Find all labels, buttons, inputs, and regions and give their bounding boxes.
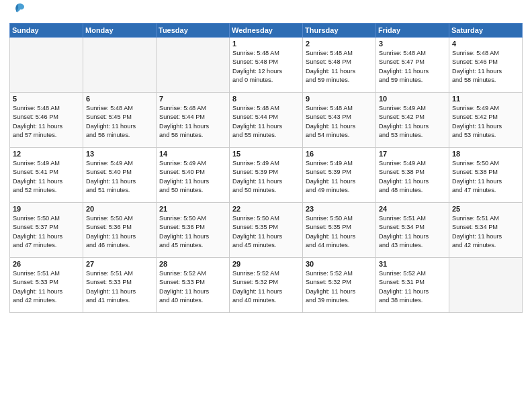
logo-bird-icon <box>11 1 26 16</box>
page-container: SundayMondayTuesdayWednesdayThursdayFrid… <box>0 0 532 318</box>
header-row: SundayMondayTuesdayWednesdayThursdayFrid… <box>10 24 523 38</box>
day-number: 5 <box>13 95 80 103</box>
day-info: Sunrise: 5:50 AMSunset: 5:37 PMDaylight:… <box>13 214 80 250</box>
col-header-sunday: Sunday <box>10 24 83 38</box>
calendar-cell: 24Sunrise: 5:51 AMSunset: 5:34 PMDayligh… <box>376 203 449 258</box>
day-number: 28 <box>159 260 226 268</box>
day-info: Sunrise: 5:52 AMSunset: 5:33 PMDaylight:… <box>159 269 226 305</box>
calendar-cell: 12Sunrise: 5:49 AMSunset: 5:41 PMDayligh… <box>10 148 83 203</box>
day-info: Sunrise: 5:51 AMSunset: 5:34 PMDaylight:… <box>452 214 519 250</box>
calendar-cell: 25Sunrise: 5:51 AMSunset: 5:34 PMDayligh… <box>449 203 523 258</box>
day-info: Sunrise: 5:48 AMSunset: 5:46 PMDaylight:… <box>452 49 519 85</box>
day-number: 3 <box>379 40 446 48</box>
calendar-cell: 11Sunrise: 5:49 AMSunset: 5:42 PMDayligh… <box>449 93 523 148</box>
day-number: 18 <box>452 150 519 158</box>
calendar-cell: 29Sunrise: 5:52 AMSunset: 5:32 PMDayligh… <box>230 258 303 313</box>
day-info: Sunrise: 5:52 AMSunset: 5:31 PMDaylight:… <box>379 269 446 305</box>
calendar-cell: 19Sunrise: 5:50 AMSunset: 5:37 PMDayligh… <box>10 203 83 258</box>
calendar-cell <box>83 38 157 93</box>
day-info: Sunrise: 5:48 AMSunset: 5:46 PMDaylight:… <box>13 104 80 140</box>
day-number: 31 <box>379 260 446 268</box>
day-info: Sunrise: 5:49 AMSunset: 5:40 PMDaylight:… <box>86 159 153 195</box>
calendar-cell: 3Sunrise: 5:48 AMSunset: 5:47 PMDaylight… <box>376 38 449 93</box>
day-info: Sunrise: 5:48 AMSunset: 5:43 PMDaylight:… <box>306 104 373 140</box>
calendar-cell: 22Sunrise: 5:50 AMSunset: 5:35 PMDayligh… <box>230 203 303 258</box>
day-number: 8 <box>232 95 300 103</box>
calendar-cell: 30Sunrise: 5:52 AMSunset: 5:32 PMDayligh… <box>303 258 376 313</box>
calendar-cell: 14Sunrise: 5:49 AMSunset: 5:40 PMDayligh… <box>157 148 230 203</box>
week-row-5: 26Sunrise: 5:51 AMSunset: 5:33 PMDayligh… <box>10 258 523 313</box>
day-number: 6 <box>86 95 153 103</box>
day-number: 27 <box>86 260 153 268</box>
day-info: Sunrise: 5:48 AMSunset: 5:44 PMDaylight:… <box>232 104 300 140</box>
calendar-cell: 27Sunrise: 5:51 AMSunset: 5:33 PMDayligh… <box>83 258 157 313</box>
day-number: 21 <box>159 205 226 213</box>
calendar-cell: 17Sunrise: 5:49 AMSunset: 5:38 PMDayligh… <box>376 148 449 203</box>
day-info: Sunrise: 5:48 AMSunset: 5:45 PMDaylight:… <box>86 104 153 140</box>
day-info: Sunrise: 5:49 AMSunset: 5:42 PMDaylight:… <box>452 104 519 140</box>
day-info: Sunrise: 5:48 AMSunset: 5:47 PMDaylight:… <box>379 49 446 85</box>
day-info: Sunrise: 5:49 AMSunset: 5:38 PMDaylight:… <box>379 159 446 195</box>
day-info: Sunrise: 5:48 AMSunset: 5:48 PMDaylight:… <box>306 49 373 85</box>
week-row-3: 12Sunrise: 5:49 AMSunset: 5:41 PMDayligh… <box>10 148 523 203</box>
day-info: Sunrise: 5:51 AMSunset: 5:33 PMDaylight:… <box>86 269 153 305</box>
day-info: Sunrise: 5:50 AMSunset: 5:36 PMDaylight:… <box>86 214 153 250</box>
calendar-cell: 23Sunrise: 5:50 AMSunset: 5:35 PMDayligh… <box>303 203 376 258</box>
col-header-friday: Friday <box>376 24 449 38</box>
calendar-cell: 21Sunrise: 5:50 AMSunset: 5:36 PMDayligh… <box>157 203 230 258</box>
day-number: 30 <box>306 260 373 268</box>
calendar-cell: 9Sunrise: 5:48 AMSunset: 5:43 PMDaylight… <box>303 93 376 148</box>
day-info: Sunrise: 5:49 AMSunset: 5:39 PMDaylight:… <box>232 159 300 195</box>
day-number: 25 <box>452 205 519 213</box>
day-info: Sunrise: 5:48 AMSunset: 5:44 PMDaylight:… <box>159 104 226 140</box>
header <box>9 7 523 19</box>
calendar-cell: 16Sunrise: 5:49 AMSunset: 5:39 PMDayligh… <box>303 148 376 203</box>
calendar-cell <box>10 38 83 93</box>
calendar-cell: 6Sunrise: 5:48 AMSunset: 5:45 PMDaylight… <box>83 93 157 148</box>
day-number: 22 <box>232 205 300 213</box>
calendar-cell: 18Sunrise: 5:50 AMSunset: 5:38 PMDayligh… <box>449 148 523 203</box>
day-info: Sunrise: 5:49 AMSunset: 5:40 PMDaylight:… <box>159 159 226 195</box>
calendar-cell: 5Sunrise: 5:48 AMSunset: 5:46 PMDaylight… <box>10 93 83 148</box>
col-header-thursday: Thursday <box>303 24 376 38</box>
day-info: Sunrise: 5:50 AMSunset: 5:36 PMDaylight:… <box>159 214 226 250</box>
col-header-saturday: Saturday <box>449 24 523 38</box>
day-number: 15 <box>232 150 300 158</box>
day-info: Sunrise: 5:49 AMSunset: 5:41 PMDaylight:… <box>13 159 80 195</box>
day-info: Sunrise: 5:50 AMSunset: 5:38 PMDaylight:… <box>452 159 519 195</box>
day-info: Sunrise: 5:50 AMSunset: 5:35 PMDaylight:… <box>306 214 373 250</box>
col-header-monday: Monday <box>83 24 157 38</box>
day-number: 24 <box>379 205 446 213</box>
week-row-4: 19Sunrise: 5:50 AMSunset: 5:37 PMDayligh… <box>10 203 523 258</box>
day-number: 10 <box>379 95 446 103</box>
calendar-cell: 13Sunrise: 5:49 AMSunset: 5:40 PMDayligh… <box>83 148 157 203</box>
day-info: Sunrise: 5:50 AMSunset: 5:35 PMDaylight:… <box>232 214 300 250</box>
day-number: 23 <box>306 205 373 213</box>
day-info: Sunrise: 5:49 AMSunset: 5:39 PMDaylight:… <box>306 159 373 195</box>
col-header-wednesday: Wednesday <box>230 24 303 38</box>
day-info: Sunrise: 5:51 AMSunset: 5:33 PMDaylight:… <box>13 269 80 305</box>
day-number: 9 <box>306 95 373 103</box>
calendar-cell: 10Sunrise: 5:49 AMSunset: 5:42 PMDayligh… <box>376 93 449 148</box>
day-number: 20 <box>86 205 153 213</box>
day-info: Sunrise: 5:51 AMSunset: 5:34 PMDaylight:… <box>379 214 446 250</box>
logo <box>9 7 26 19</box>
day-info: Sunrise: 5:52 AMSunset: 5:32 PMDaylight:… <box>232 269 300 305</box>
day-info: Sunrise: 5:48 AMSunset: 5:48 PMDaylight:… <box>232 49 300 85</box>
day-number: 16 <box>306 150 373 158</box>
day-number: 2 <box>306 40 373 48</box>
calendar-cell: 28Sunrise: 5:52 AMSunset: 5:33 PMDayligh… <box>157 258 230 313</box>
day-number: 14 <box>159 150 226 158</box>
calendar-cell: 8Sunrise: 5:48 AMSunset: 5:44 PMDaylight… <box>230 93 303 148</box>
calendar-cell: 2Sunrise: 5:48 AMSunset: 5:48 PMDaylight… <box>303 38 376 93</box>
calendar-cell: 31Sunrise: 5:52 AMSunset: 5:31 PMDayligh… <box>376 258 449 313</box>
day-number: 13 <box>86 150 153 158</box>
day-number: 29 <box>232 260 300 268</box>
calendar-cell <box>157 38 230 93</box>
day-number: 19 <box>13 205 80 213</box>
calendar-cell <box>449 258 523 313</box>
day-number: 1 <box>232 40 300 48</box>
day-number: 17 <box>379 150 446 158</box>
day-info: Sunrise: 5:52 AMSunset: 5:32 PMDaylight:… <box>306 269 373 305</box>
calendar-cell: 15Sunrise: 5:49 AMSunset: 5:39 PMDayligh… <box>230 148 303 203</box>
